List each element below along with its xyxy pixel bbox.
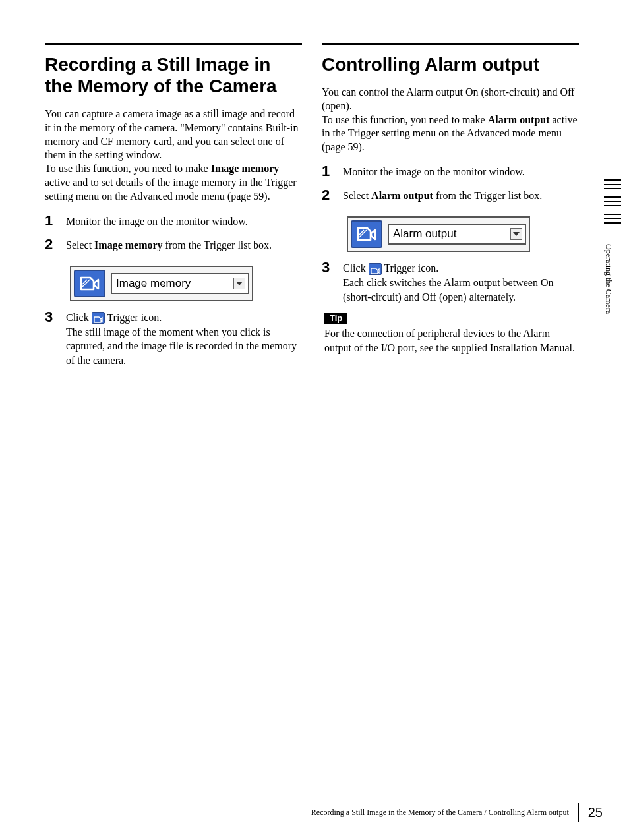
heading-rule (45, 43, 302, 45)
tip-text: For the connection of peripheral devices… (324, 326, 579, 355)
step-text: Monitor the image on the monitor window. (66, 213, 302, 229)
step-text: Click Trigger icon. The still image of t… (66, 309, 302, 367)
thumb-index-marks (604, 179, 621, 229)
trigger-select-alarm-output[interactable]: Alarm output (388, 224, 526, 245)
chevron-down-icon[interactable] (510, 228, 522, 240)
section-heading: Controlling Alarm output (322, 53, 579, 75)
step-number: 3 (45, 309, 66, 367)
step-2: 2 Select Image memory from the Trigger l… (45, 237, 302, 253)
chevron-down-icon[interactable] (233, 278, 245, 289)
trigger-icon (74, 270, 105, 297)
step-number: 3 (322, 260, 343, 304)
step-text: Select Image memory from the Trigger lis… (66, 237, 302, 253)
page-footer: Recording a Still Image in the Memory of… (311, 803, 603, 822)
page-number: 25 (588, 805, 603, 820)
trigger-icon (369, 263, 382, 275)
select-value: Image memory (116, 277, 191, 290)
section-heading: Recording a Still Image in the Memory of… (45, 53, 302, 97)
trigger-icon (92, 312, 105, 324)
trigger-ui-screenshot: Image memory (70, 266, 253, 301)
footer-separator (578, 803, 579, 822)
section-running-head: Operating the Camera (603, 244, 613, 314)
footer-text: Recording a Still Image in the Memory of… (311, 808, 569, 818)
trigger-icon (351, 220, 382, 248)
step-number: 2 (322, 187, 343, 203)
step-text: Monitor the image on the monitor window. (343, 164, 579, 179)
step-2: 2 Select Alarm output from the Trigger l… (322, 187, 579, 203)
trigger-ui-screenshot: Alarm output (347, 216, 530, 252)
step-text: Select Alarm output from the Trigger lis… (343, 187, 579, 203)
intro-paragraph: You can capture a camera image as a stil… (45, 107, 302, 204)
select-value: Alarm output (393, 227, 456, 241)
step-3: 3 Click Trigger icon. The still image of… (45, 309, 302, 367)
step-text: Click Trigger icon. Each click switches … (343, 260, 579, 304)
tip-label: Tip (324, 313, 347, 324)
right-column: Controlling Alarm output You can control… (322, 43, 579, 375)
step-number: 1 (45, 213, 66, 229)
left-column: Recording a Still Image in the Memory of… (45, 43, 302, 375)
step-number: 2 (45, 237, 66, 253)
step-1: 1 Monitor the image on the monitor windo… (322, 164, 579, 179)
trigger-select-image-memory[interactable]: Image memory (111, 273, 249, 294)
step-1: 1 Monitor the image on the monitor windo… (45, 213, 302, 229)
step-number: 1 (322, 164, 343, 179)
step-3: 3 Click Trigger icon. Each click switche… (322, 260, 579, 304)
intro-paragraph: You can control the Alarm output On (sho… (322, 86, 579, 154)
heading-rule (322, 43, 579, 45)
